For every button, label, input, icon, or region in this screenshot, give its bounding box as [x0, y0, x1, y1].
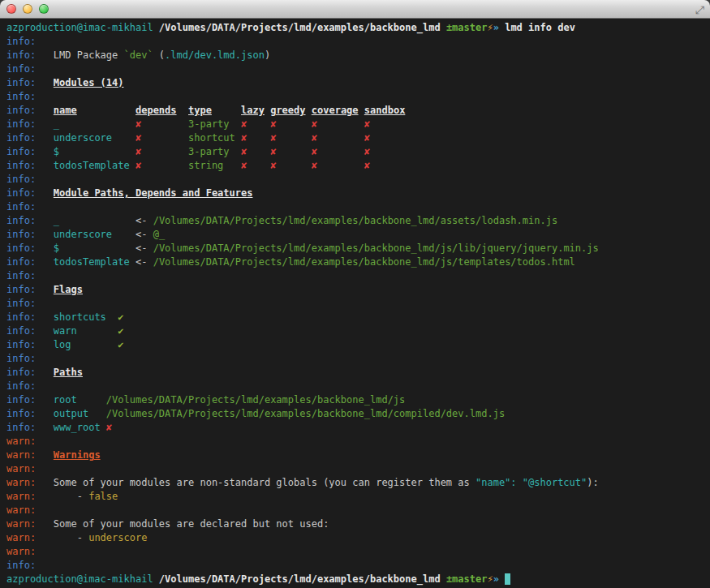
terminal-text	[36, 518, 54, 530]
terminal-text: info:	[6, 201, 36, 212]
terminal-text: info:	[6, 560, 36, 571]
output-line: info: underscore <- @_	[6, 228, 704, 242]
terminal-text: LMD Package	[54, 49, 124, 61]
terminal-text	[212, 105, 241, 116]
terminal-text: -	[36, 532, 88, 543]
prompt-arrow: »	[493, 22, 499, 33]
terminal-text: info:	[6, 270, 36, 281]
terminal-text: info:	[6, 353, 36, 364]
terminal-text	[177, 105, 188, 116]
terminal-text: info:	[6, 187, 36, 199]
cursor[interactable]	[505, 573, 510, 585]
terminal-text: warn:	[6, 518, 36, 530]
terminal-text: todosTemplate	[54, 256, 136, 268]
terminal-text: info:	[6, 132, 36, 144]
terminal-text: shortcut	[188, 132, 235, 144]
terminal-text: $	[54, 242, 136, 254]
terminal-text: warn:	[6, 463, 36, 474]
terminal-text: ✘	[312, 132, 317, 144]
terminal-text: <-	[136, 256, 153, 268]
git-branch: ±master	[446, 573, 488, 585]
terminal-text: info:	[6, 311, 36, 323]
terminal-text	[317, 160, 364, 171]
terminal-text: name	[54, 105, 77, 116]
terminal-text: /Volumes/DATA/Projects/lmd/examples/back…	[106, 394, 405, 406]
terminal-text: info:	[6, 339, 36, 350]
output-line: info: Module Paths, Depends and Features	[6, 187, 704, 200]
terminal-text	[141, 118, 188, 130]
terminal-text: www_root	[54, 422, 106, 433]
terminal-output[interactable]: azproduction@imac-mikhail /Volumes/DATA/…	[0, 19, 710, 588]
minimize-button[interactable]	[23, 4, 32, 14]
terminal-text: info:	[6, 380, 36, 392]
output-line: info: warn ✔	[6, 324, 704, 338]
terminal-text: ✘	[312, 146, 317, 157]
terminal-text: ✔	[118, 311, 123, 323]
terminal-text: ✘	[364, 118, 370, 130]
output-line: info: Paths	[6, 366, 704, 380]
terminal-text	[36, 408, 54, 419]
terminal-text	[36, 325, 54, 337]
terminal-text: 3-party	[188, 118, 230, 130]
prompt-user-host: azproduction@imac-mikhail	[6, 573, 153, 585]
titlebar: ⤢	[0, 0, 710, 19]
terminal-text	[36, 49, 54, 61]
prompt-line: azproduction@imac-mikhail /Volumes/DATA/…	[6, 21, 704, 35]
terminal-text	[36, 77, 54, 88]
terminal-text: false	[88, 491, 118, 502]
terminal-text: info:	[6, 77, 36, 88]
terminal-text: warn:	[6, 546, 36, 557]
terminal-text	[77, 105, 136, 116]
terminal-text: shortcuts	[54, 311, 118, 323]
terminal-window: ⤢ azproduction@imac-mikhail /Volumes/DAT…	[0, 0, 710, 588]
terminal-text: /Volumes/DATA/Projects/lmd/examples/back…	[106, 408, 505, 419]
terminal-text: string	[188, 160, 223, 171]
output-line: warn: Some of your modules are declared …	[6, 517, 704, 531]
terminal-text: warn:	[6, 504, 36, 516]
terminal-text	[153, 22, 159, 33]
terminal-text	[247, 146, 270, 157]
terminal-text: ✘	[312, 160, 317, 171]
close-button[interactable]	[6, 4, 16, 14]
output-line: warn: Some of your modules are non-stand…	[6, 476, 704, 490]
terminal-text	[36, 160, 54, 171]
section-flags: Flags	[54, 284, 83, 295]
terminal-text: @_	[153, 229, 165, 240]
output-line: info: Modules (14)	[6, 76, 704, 90]
terminal-text	[306, 105, 312, 116]
terminal-text: Some of your modules are declared but no…	[54, 518, 329, 530]
output-line: info:	[6, 352, 704, 366]
fullscreen-icon[interactable]: ⤢	[695, 2, 704, 18]
command: lmd info dev	[505, 22, 575, 33]
terminal-text: ):	[587, 477, 598, 488]
terminal-text: underscore	[54, 132, 136, 144]
prompt-cwd: /Volumes/DATA/Projects/lmd/examples/back…	[159, 573, 441, 585]
output-line: info: shortcuts ✔	[6, 311, 704, 324]
terminal-text	[317, 132, 364, 144]
terminal-text: $	[54, 146, 136, 157]
output-line: info: $ <- /Volumes/DATA/Projects/lmd/ex…	[6, 242, 704, 255]
terminal-text	[36, 256, 54, 268]
zoom-button[interactable]	[39, 4, 49, 14]
output-line: info:	[6, 200, 704, 214]
terminal-text	[276, 118, 311, 130]
output-line: info: _ <- /Volumes/DATA/Projects/lmd/ex…	[6, 214, 704, 228]
output-line: info:	[6, 173, 704, 187]
terminal-text	[247, 118, 270, 130]
output-line: info:	[6, 62, 704, 76]
section-modules: Modules (14)	[54, 77, 124, 88]
terminal-text	[36, 339, 54, 350]
output-line: warn:	[6, 462, 704, 476]
terminal-text: ✘	[106, 422, 112, 433]
terminal-text: info:	[6, 325, 36, 337]
output-line: info: output /Volumes/DATA/Projects/lmd/…	[6, 407, 704, 421]
output-line: info: name depends type lazy greedy cove…	[6, 104, 704, 118]
terminal-text: info:	[6, 408, 36, 419]
output-line: info:	[6, 559, 704, 573]
terminal-text: `dev`	[124, 49, 153, 61]
terminal-text: info:	[6, 215, 36, 226]
terminal-text	[276, 160, 311, 171]
terminal-text: .lmd/dev.lmd.json	[165, 49, 265, 61]
terminal-text: ✘	[312, 118, 317, 130]
prompt-user-host: azproduction@imac-mikhail	[6, 22, 153, 33]
